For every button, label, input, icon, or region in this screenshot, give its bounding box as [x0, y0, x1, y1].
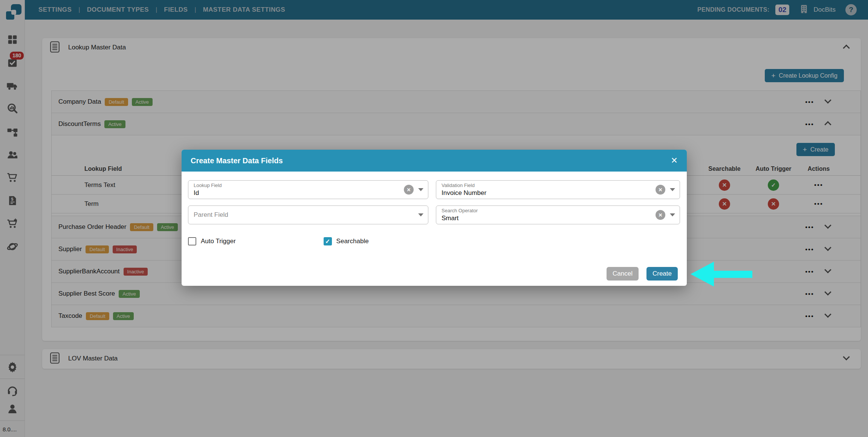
searchable-checkbox-group[interactable]: ✓ Searchable — [324, 237, 369, 245]
auto-trigger-checkbox[interactable] — [188, 237, 196, 245]
auto-trigger-checkbox-group[interactable]: Auto Trigger — [188, 237, 236, 245]
lookup-field-value: Id — [194, 189, 399, 197]
create-button[interactable]: Create — [646, 267, 678, 281]
clear-icon[interactable]: ✕ — [404, 185, 414, 195]
close-icon[interactable]: ✕ — [671, 156, 678, 165]
searchable-checkbox[interactable]: ✓ — [324, 237, 332, 245]
dropdown-caret-icon[interactable] — [670, 213, 675, 216]
annotation-arrow — [691, 262, 753, 287]
lookup-field-select[interactable]: Lookup Field Id ✕ — [188, 180, 428, 199]
validation-field-select[interactable]: Validation Field Invoice Number ✕ — [436, 180, 680, 199]
modal-header: Create Master Data Fields ✕ — [182, 150, 687, 172]
dropdown-caret-icon[interactable] — [670, 188, 675, 191]
validation-field-label: Validation Field — [442, 182, 651, 189]
dropdown-caret-icon[interactable] — [418, 213, 423, 216]
cancel-button[interactable]: Cancel — [607, 267, 639, 281]
parent-field-select[interactable]: Parent Field — [188, 205, 428, 224]
clear-icon[interactable]: ✕ — [656, 185, 665, 195]
create-master-data-fields-modal: Create Master Data Fields ✕ Lookup Field… — [182, 150, 687, 286]
app-window: 180 $ — [0, 0, 868, 437]
validation-field-value: Invoice Number — [442, 189, 651, 197]
lookup-field-label: Lookup Field — [194, 182, 399, 189]
search-operator-select[interactable]: Search Operator Smart ✕ — [436, 205, 680, 224]
auto-trigger-label: Auto Trigger — [201, 238, 236, 245]
parent-field-placeholder: Parent Field — [194, 211, 399, 219]
modal-title: Create Master Data Fields — [191, 156, 283, 165]
dropdown-caret-icon[interactable] — [418, 188, 423, 191]
searchable-label: Searchable — [336, 238, 369, 245]
search-operator-value: Smart — [442, 214, 651, 222]
search-operator-label: Search Operator — [442, 208, 651, 214]
clear-icon[interactable]: ✕ — [656, 210, 665, 220]
